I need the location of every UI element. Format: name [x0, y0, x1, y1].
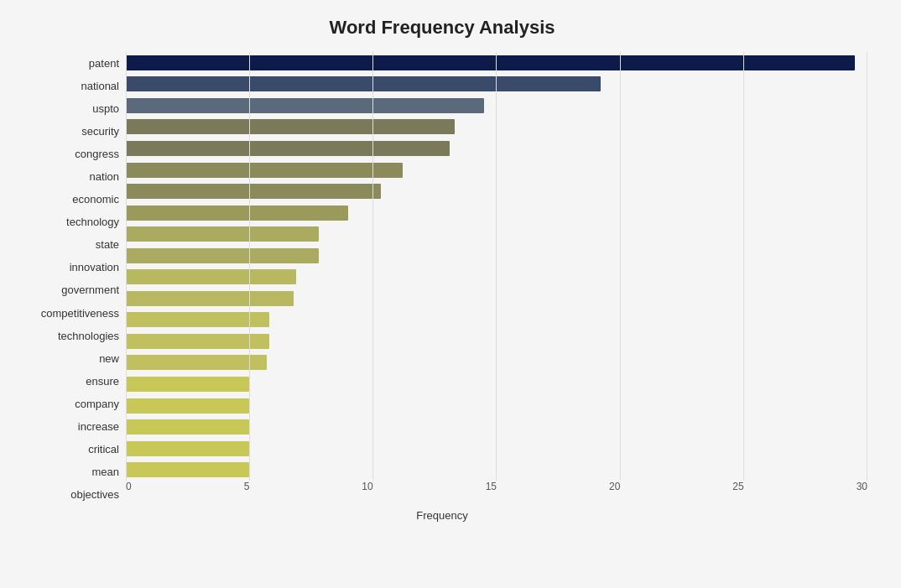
bar-row: [126, 289, 867, 308]
y-label: government: [61, 284, 119, 295]
bar: [126, 226, 319, 242]
bar: [126, 184, 381, 199]
bar: [126, 141, 450, 156]
y-label: state: [96, 239, 119, 250]
y-label: patent: [89, 58, 119, 69]
bar-row: [126, 75, 867, 93]
x-tick: 0: [126, 481, 132, 492]
bar: [126, 55, 855, 70]
bar-row: [126, 247, 867, 265]
x-tick: 5: [244, 481, 250, 492]
y-label: uspto: [92, 103, 119, 114]
bar: [126, 119, 455, 134]
y-label: security: [81, 126, 119, 137]
y-label: technologies: [58, 330, 119, 341]
y-label: critical: [88, 444, 119, 455]
bar-row: [126, 204, 867, 222]
x-axis-label: Frequency: [17, 509, 867, 522]
bar: [126, 334, 269, 349]
bar-row: [126, 161, 867, 180]
bar-row: [126, 461, 867, 479]
bar-row: [126, 96, 867, 115]
bar: [126, 291, 294, 306]
bars-and-grid: 051015202530: [126, 52, 867, 506]
y-label: ensure: [86, 376, 119, 387]
bar-row: [126, 353, 867, 372]
bar-row: [126, 397, 867, 415]
bar-row: [126, 418, 867, 436]
x-tick: 15: [486, 481, 497, 492]
bars-wrapper: [126, 52, 867, 506]
x-tick: 10: [362, 481, 372, 492]
bar-row: [126, 268, 867, 286]
y-label: technology: [66, 216, 119, 227]
bar: [126, 76, 601, 91]
y-label: nation: [90, 171, 119, 182]
y-label: congress: [75, 148, 119, 159]
x-tick: 20: [609, 481, 620, 492]
y-label: increase: [78, 421, 119, 432]
bar-row: [126, 182, 867, 200]
y-label: company: [75, 398, 119, 409]
bar-row: [126, 117, 867, 136]
x-tick: 30: [857, 481, 867, 492]
bar-row: [126, 225, 867, 243]
y-label: economic: [72, 194, 119, 205]
bar-row: [126, 54, 867, 72]
y-label: competitiveness: [41, 308, 119, 319]
bar: [126, 398, 249, 414]
bar: [126, 98, 484, 113]
chart-title: Word Frequency Analysis: [17, 17, 867, 39]
bar: [126, 269, 296, 284]
bar: [126, 163, 403, 178]
bar: [126, 419, 249, 434]
x-axis: 051015202530: [126, 481, 867, 506]
bar-row: [126, 440, 867, 458]
chart-area: patentnationalusptosecuritycongressnatio…: [17, 52, 867, 506]
bar-row: [126, 139, 867, 158]
y-label: mean: [91, 466, 119, 477]
bar-row: [126, 375, 867, 393]
bar: [126, 312, 269, 327]
y-labels: patentnationalusptosecuritycongressnatio…: [17, 52, 126, 506]
bar: [126, 355, 267, 370]
bar: [126, 377, 249, 392]
y-label: national: [81, 81, 119, 91]
x-tick: 25: [732, 481, 743, 492]
bar: [126, 441, 249, 456]
bar-row: [126, 310, 867, 329]
y-label: new: [99, 353, 119, 364]
bar-row: [126, 332, 867, 351]
bar: [126, 248, 319, 263]
y-label: innovation: [70, 262, 119, 273]
bar: [126, 462, 249, 477]
y-label: objectives: [70, 489, 119, 500]
chart-container: Word Frequency Analysis patentnationalus…: [0, 0, 901, 588]
bar: [126, 206, 348, 221]
